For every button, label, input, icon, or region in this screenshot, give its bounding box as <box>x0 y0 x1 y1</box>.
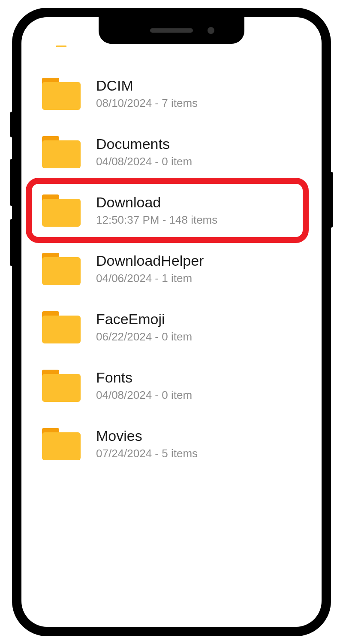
folder-meta: 06/22/2024 - 0 item <box>96 330 192 343</box>
folder-name: Documents <box>96 136 192 152</box>
folder-meta: 12:50:37 PM - 148 items <box>96 213 217 227</box>
svg-rect-14 <box>42 432 81 460</box>
svg-rect-4 <box>42 140 81 168</box>
folder-info: DownloadHelper 04/06/2024 - 1 item <box>96 252 204 285</box>
folder-name: DownloadHelper <box>96 252 204 269</box>
folder-info: FaceEmoji 06/22/2024 - 0 item <box>96 311 192 343</box>
folder-meta: 08/10/2024 - 7 items <box>96 97 198 110</box>
folder-meta: 07/24/2024 - 5 items <box>96 447 198 460</box>
folder-name: Download <box>96 194 217 211</box>
folder-icon <box>42 136 81 168</box>
svg-rect-8 <box>42 257 81 285</box>
folder-info: Fonts 04/08/2024 - 0 item <box>96 369 192 402</box>
folder-info: Movies 07/24/2024 - 5 items <box>96 428 198 460</box>
folder-row-download[interactable]: Download 12:50:37 PM - 148 items <box>21 181 322 240</box>
folder-row-documents[interactable]: Documents 04/08/2024 - 0 item <box>21 123 322 181</box>
folder-meta: 04/08/2024 - 0 item <box>96 389 192 402</box>
folder-icon <box>42 78 81 110</box>
folder-icon <box>42 253 81 285</box>
notch <box>99 17 244 44</box>
volume-down-button <box>10 219 13 266</box>
folder-icon <box>42 39 81 47</box>
mute-switch <box>10 112 13 137</box>
folder-row-faceemoji[interactable]: FaceEmoji 06/22/2024 - 0 item <box>21 298 322 356</box>
phone-screen: DCIM 08/10/2024 - 7 items Documents 04/0… <box>21 17 322 627</box>
folder-meta: 04/06/2024 - 1 item <box>96 272 204 285</box>
folder-icon <box>42 370 81 402</box>
speaker-grille <box>150 28 193 33</box>
folder-row-downloadhelper[interactable]: DownloadHelper 04/06/2024 - 1 item <box>21 240 322 298</box>
folder-info: Documents 04/08/2024 - 0 item <box>96 136 192 168</box>
svg-rect-6 <box>42 199 81 227</box>
phone-frame: DCIM 08/10/2024 - 7 items Documents 04/0… <box>13 9 330 635</box>
folder-row-fonts[interactable]: Fonts 04/08/2024 - 0 item <box>21 356 322 415</box>
folder-info: Download 12:50:37 PM - 148 items <box>96 194 217 227</box>
svg-rect-0 <box>56 46 66 47</box>
folder-info: DCIM 08/10/2024 - 7 items <box>96 77 198 110</box>
folder-name: DCIM <box>96 77 198 94</box>
folder-name: FaceEmoji <box>96 311 192 328</box>
folder-icon <box>42 311 81 343</box>
folder-name: Fonts <box>96 369 192 386</box>
svg-rect-2 <box>42 82 81 110</box>
power-button <box>330 172 333 228</box>
folder-name: Movies <box>96 428 198 444</box>
front-camera <box>208 27 214 34</box>
folder-icon <box>42 428 81 460</box>
svg-rect-12 <box>42 374 81 402</box>
file-list: DCIM 08/10/2024 - 7 items Documents 04/0… <box>21 17 322 627</box>
folder-icon <box>42 194 81 227</box>
folder-meta: 04/08/2024 - 0 item <box>96 155 192 168</box>
svg-rect-10 <box>42 316 81 343</box>
folder-row-movies[interactable]: Movies 07/24/2024 - 5 items <box>21 415 322 473</box>
folder-row-dcim[interactable]: DCIM 08/10/2024 - 7 items <box>21 64 322 123</box>
volume-up-button <box>10 159 13 206</box>
